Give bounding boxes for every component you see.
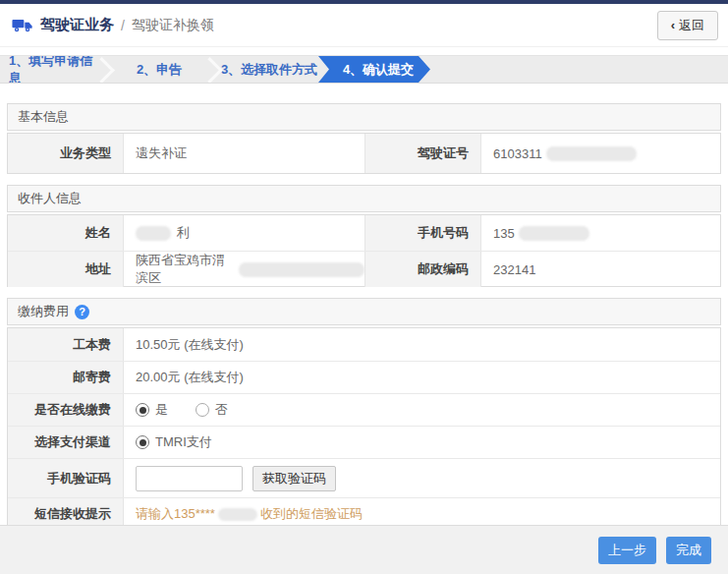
business-type-label: 业务类型	[8, 134, 124, 173]
business-type-value: 遗失补证	[124, 134, 364, 173]
license-number-redacted	[546, 146, 637, 161]
finish-button[interactable]: 完成	[666, 537, 711, 564]
address-label: 地址	[8, 252, 124, 287]
phone-redacted	[519, 226, 589, 241]
footer-action-bar: 上一步 完成	[0, 525, 728, 574]
table-row: 业务类型 遗失补证 驾驶证号 6103311	[8, 134, 720, 173]
step-3-label: 3、选择取件方式	[221, 61, 317, 79]
basic-info-title: 基本信息	[18, 104, 69, 130]
step-4-label: 4、确认提交	[343, 61, 414, 79]
license-number-visible: 6103311	[493, 146, 542, 161]
table-row: 邮寄费 20.00元 (在线支付)	[8, 361, 720, 393]
online-payment-yes-option[interactable]: 是	[136, 401, 168, 419]
online-no-label: 否	[215, 401, 228, 419]
step-3-pickup-method[interactable]: 3、选择取件方式	[220, 56, 318, 83]
step-2-label: 2、申告	[137, 61, 182, 79]
sms-code-field-group: 获取验证码	[124, 459, 720, 497]
tmri-payment-option[interactable]: TMRI支付	[136, 433, 212, 451]
breadcrumb-separator: /	[121, 18, 125, 33]
back-button-label: 返回	[679, 17, 704, 34]
help-icon[interactable]: ?	[75, 305, 89, 319]
sms-code-label: 手机验证码	[8, 459, 124, 497]
table-row: 地址 陕西省宝鸡市渭滨区 邮政编码 232141	[8, 251, 720, 286]
address-visible: 陕西省宝鸡市渭滨区	[136, 252, 233, 287]
tmri-payment-label: TMRI支付	[155, 433, 212, 451]
payment-fees-header: 缴纳费用 ?	[7, 298, 721, 325]
address-redacted	[239, 262, 364, 277]
phone-label: 手机号码	[364, 215, 481, 251]
postage-fee-label: 邮寄费	[8, 362, 124, 393]
previous-step-button[interactable]: 上一步	[598, 537, 656, 564]
basic-info-header: 基本信息	[7, 103, 721, 131]
radio-unchecked-icon	[196, 403, 209, 417]
production-fee-label: 工本费	[8, 328, 124, 361]
basic-info-section: 基本信息 业务类型 遗失补证 驾驶证号 6103311	[7, 103, 721, 174]
get-code-button[interactable]: 获取验证码	[252, 466, 336, 491]
table-row: 工本费 10.50元 (在线支付)	[8, 328, 720, 361]
recipient-info-header: 收件人信息	[7, 185, 721, 212]
name-redacted	[136, 226, 171, 241]
step-separator-icon	[98, 56, 112, 83]
page-header: 驾驶证业务 / 驾驶证补换领 ‹ 返回	[0, 4, 728, 47]
basic-info-table: 业务类型 遗失补证 驾驶证号 6103311	[7, 133, 721, 174]
zip-value: 232141	[481, 252, 720, 287]
recipient-info-table: 姓名 利 手机号码 135 地址 陕西省宝鸡市渭滨区 邮政编码 232141	[7, 214, 721, 287]
payment-channel-options: TMRI支付	[124, 427, 720, 458]
breadcrumb: 驾驶证业务 / 驾驶证补换领	[12, 16, 214, 34]
phone-value: 135	[481, 215, 720, 251]
postage-fee-value: 20.00元 (在线支付)	[124, 362, 720, 393]
back-button[interactable]: ‹ 返回	[657, 11, 718, 40]
zip-label: 邮政编码	[364, 252, 481, 287]
step-4-confirm-submit-active[interactable]: 4、确认提交	[318, 56, 430, 83]
name-value: 利	[124, 215, 364, 251]
sms-code-input[interactable]	[136, 466, 243, 491]
step-1-label: 1、填写申请信息	[9, 55, 98, 84]
back-chevron-icon: ‹	[671, 18, 675, 32]
name-label: 姓名	[8, 215, 124, 251]
payment-fees-table: 工本费 10.50元 (在线支付) 邮寄费 20.00元 (在线支付) 是否在线…	[7, 327, 721, 531]
sms-hint-prefix: 请输入135****	[136, 505, 215, 523]
address-value: 陕西省宝鸡市渭滨区	[124, 252, 364, 287]
step-progress-bar: 1、填写申请信息 2、申告 3、选择取件方式 4、确认提交	[0, 55, 728, 84]
payment-channel-label: 选择支付渠道	[8, 427, 124, 458]
recipient-info-section: 收件人信息 姓名 利 手机号码 135 地址 陕西省宝鸡市渭滨区 邮政编码 23…	[7, 185, 721, 287]
step-separator-icon	[206, 56, 220, 83]
page-title: 驾驶证业务	[40, 16, 114, 34]
step-2-declaration[interactable]: 2、申告	[112, 56, 206, 83]
license-number-value: 6103311	[481, 134, 720, 173]
name-visible: 利	[177, 224, 190, 242]
online-payment-no-option[interactable]: 否	[196, 401, 228, 419]
online-payment-options: 是 否	[124, 394, 720, 426]
online-yes-label: 是	[155, 401, 168, 419]
table-row: 是否在线缴费 是 否	[8, 393, 720, 426]
table-row: 选择支付渠道 TMRI支付	[8, 426, 720, 458]
table-row: 手机验证码 获取验证码	[8, 458, 720, 497]
step-1-fill-application[interactable]: 1、填写申请信息	[0, 56, 98, 83]
truck-icon	[12, 18, 33, 32]
payment-fees-title: 缴纳费用	[18, 299, 69, 324]
payment-fees-section: 缴纳费用 ? 工本费 10.50元 (在线支付) 邮寄费 20.00元 (在线支…	[7, 298, 721, 531]
production-fee-value: 10.50元 (在线支付)	[124, 328, 720, 361]
online-payment-label: 是否在线缴费	[8, 394, 124, 426]
recipient-info-title: 收件人信息	[18, 186, 82, 211]
radio-checked-icon	[136, 403, 149, 417]
radio-checked-icon	[136, 435, 149, 449]
phone-visible: 135	[493, 226, 515, 241]
breadcrumb-current: 驾驶证补换领	[132, 17, 214, 34]
table-row: 姓名 利 手机号码 135	[8, 215, 720, 251]
sms-hint-suffix: 收到的短信验证码	[260, 505, 363, 523]
license-number-label: 驾驶证号	[364, 134, 481, 173]
sms-hint-redacted	[218, 508, 257, 521]
